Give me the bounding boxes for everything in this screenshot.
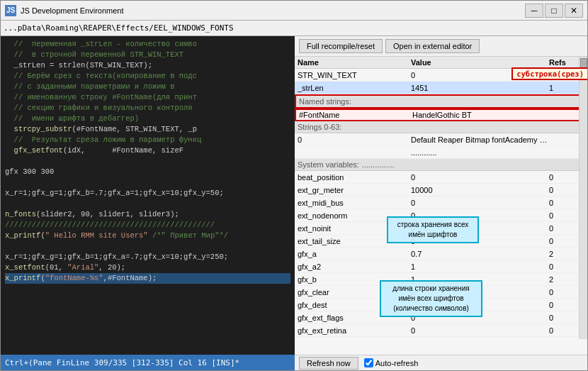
code-line: // в строчной переменной STR_WIN_TEXT xyxy=(5,50,290,60)
code-line: x_printf(" Hello RMM site Users" /*" При… xyxy=(5,231,290,241)
var-row-ext-midi-bus[interactable]: ext_midi_bus 0 0 xyxy=(295,196,587,209)
system-desc: ............... xyxy=(362,160,395,169)
var-name: ext_midi_bus xyxy=(298,199,411,207)
code-line: x_setfont(01, "Arial", 20); xyxy=(5,262,290,273)
var-value: 10000 xyxy=(411,186,549,194)
var-row-ext-tail-size[interactable]: ext_tail_size 0 0 xyxy=(295,235,587,248)
var-row-gfx-a2[interactable]: gfx_a2 1 0 xyxy=(295,260,587,273)
named-strings-label: Named strings: xyxy=(299,97,351,106)
code-line: // с заданными параметрами и ложим в xyxy=(5,82,290,92)
code-line: x_r=1;gfx_g=1;gfx_b=.7;gfx_a=1;gfx_x=10;… xyxy=(5,188,290,199)
strings-section: Strings 0-63: xyxy=(295,121,587,133)
scroll-bar[interactable] xyxy=(579,57,587,339)
code-line xyxy=(5,241,290,252)
close-button[interactable]: ✕ xyxy=(565,4,583,18)
var-value: HandelGothic BT xyxy=(412,111,548,119)
code-line: n_fonts(slider2, 90, slider1, slider3); xyxy=(5,209,290,220)
code-line: // секцию графики и визуального контроля xyxy=(5,103,290,113)
var-row-ext-gr-meter[interactable]: ext_gr_meter 10000 0 xyxy=(295,184,587,196)
var-row-ext-noinit[interactable]: ext_noinit 0 0 строка хранения всехимён … xyxy=(295,222,587,235)
var-name: 0 xyxy=(298,135,411,144)
var-row-str-win-text[interactable]: STR_WIN_TEXT 0 4 субстрока(срез) xyxy=(295,69,587,82)
var-name: gfx_ext_flags xyxy=(298,314,411,322)
var-value: 0 xyxy=(411,211,549,220)
system-label: System variables: xyxy=(298,160,359,169)
system-rows-container: beat_position 0 0 ext_gr_meter 10000 0 e… xyxy=(295,171,587,337)
var-value: 1 xyxy=(411,262,549,271)
code-line-highlighted: x_printf("fontName-%s",#FontName); xyxy=(5,273,290,284)
var-row-gfx-ext-retina[interactable]: gfx_ext_retina 0 0 xyxy=(295,324,587,337)
minimize-button[interactable]: ─ xyxy=(525,4,543,18)
var-name: gfx_clear xyxy=(298,288,411,297)
var-value: 0 xyxy=(411,326,549,335)
maximize-button[interactable]: □ xyxy=(545,4,563,18)
code-line: gfx_setfont(idX, #FontName, sizeF xyxy=(5,145,290,156)
var-row-gfx-dest[interactable]: gfx_dest -1 0 xyxy=(295,299,587,311)
substr-annotation: субстрока(срез) xyxy=(511,67,587,80)
code-line xyxy=(5,156,290,167)
var-name: gfx_b xyxy=(298,275,411,284)
var-value: 1 xyxy=(411,275,549,284)
open-editor-button[interactable]: Open in external editor xyxy=(385,39,480,53)
var-row-fontname[interactable]: #FontName HandelGothic BT xyxy=(295,109,587,121)
vars-panel: Full recompile/reset Open in external ed… xyxy=(295,36,587,355)
var-name: ext_tail_size xyxy=(298,237,411,245)
var-row-gfx-ext-flags[interactable]: gfx_ext_flags 0 0 xyxy=(295,311,587,324)
code-line: gfx 300 300 xyxy=(5,167,290,177)
refresh-now-button[interactable]: Refresh now xyxy=(299,357,358,370)
var-name: gfx_a xyxy=(298,250,411,258)
code-line: // переменная _strLen - количество симво xyxy=(5,39,290,50)
vars-content: Name Value Refs STR_WIN_TEXT 0 4 субстро… xyxy=(295,57,587,355)
var-row-gfx-a[interactable]: gfx_a 0.7 2 xyxy=(295,248,587,260)
var-value: 0 xyxy=(411,288,549,297)
var-row-strlen[interactable]: _strLen 1451 1 xyxy=(295,82,587,94)
col-value-header: Value xyxy=(411,58,549,67)
var-name: ext_noinit xyxy=(298,224,411,233)
window-controls: ─ □ ✕ xyxy=(525,4,583,18)
var-row-string0[interactable]: 0 Default Reaper Bitmap fontAcademy E... xyxy=(295,133,587,146)
var-value: 0 xyxy=(411,173,549,182)
full-recompile-button[interactable]: Full recompile/reset xyxy=(299,39,383,53)
bottom-bar: Ctrl+(Pane FinLine 309/335 [312-335] Col… xyxy=(1,355,587,370)
code-line xyxy=(5,177,290,188)
var-row-ext-nodenorm[interactable]: ext_nodenorm 0 0 xyxy=(295,209,587,222)
address-bar: ...pData\Roaming\REAPER\Effects/EEL_WIND… xyxy=(1,21,587,36)
var-name: #FontName xyxy=(299,111,412,119)
vars-scroll[interactable]: Name Value Refs STR_WIN_TEXT 0 4 субстро… xyxy=(295,57,587,355)
var-name: beat_position xyxy=(298,173,411,182)
var-value: Default Reaper Bitmap fontAcademy E... xyxy=(411,135,549,144)
address-text: ...pData\Roaming\REAPER\Effects/EEL_WIND… xyxy=(4,23,234,33)
named-strings-section: Named strings: xyxy=(295,94,587,109)
code-statusbar: Ctrl+(Pane FinLine 309/335 [312-335] Col… xyxy=(1,355,295,370)
system-section: System variables: ............... xyxy=(295,159,587,171)
autorefresh-checkbox[interactable] xyxy=(364,358,373,367)
vars-toolbar: Full recompile/reset Open in external ed… xyxy=(295,36,587,57)
var-value: ............ xyxy=(411,148,549,157)
var-row-gfx-b[interactable]: gfx_b 1 2 xyxy=(295,273,587,286)
code-line: strcpy_substr(#FontName, STR_WIN_TEXT, _… xyxy=(5,124,290,135)
var-value: 0.7 xyxy=(411,250,549,258)
code-line: _strLen = strlen(STR_WIN_TEXT); xyxy=(5,60,290,71)
strings-label: Strings 0-63: xyxy=(298,123,341,131)
var-row-beat-position[interactable]: beat_position 0 0 xyxy=(295,171,587,184)
vars-statusbar: Refresh now Auto-refresh xyxy=(295,355,587,370)
var-value: 1451 xyxy=(411,84,549,92)
var-row-ellipsis: ............ xyxy=(295,146,587,159)
var-value: 0 xyxy=(411,224,549,233)
code-line xyxy=(5,199,290,209)
autorefresh-text: Auto-refresh xyxy=(375,359,419,367)
code-editor[interactable]: // переменная _strLen - количество симво… xyxy=(1,36,295,355)
code-line: ////////////////////////////////////////… xyxy=(5,220,290,231)
var-value: -1 xyxy=(411,301,549,309)
main-content: // переменная _strLen - количество симво… xyxy=(1,36,587,355)
autorefresh-label[interactable]: Auto-refresh xyxy=(364,358,419,367)
var-name: gfx_a2 xyxy=(298,262,411,271)
var-value: 0 xyxy=(411,237,549,245)
var-name: STR_WIN_TEXT xyxy=(298,71,411,79)
var-row-gfx-clear[interactable]: gfx_clear 0 0 длина строки храненияимён … xyxy=(295,286,587,299)
var-name: ext_nodenorm xyxy=(298,211,411,220)
var-name: gfx_ext_retina xyxy=(298,326,411,335)
code-line: // имени шрифта в дебаггер) xyxy=(5,113,290,124)
main-window: JS JS Development Environment ─ □ ✕ ...p… xyxy=(0,0,588,371)
code-line: x_r=1;gfx_g=1;gfx_b=1;gfx_a=.7;gfx_x=10;… xyxy=(5,252,290,262)
